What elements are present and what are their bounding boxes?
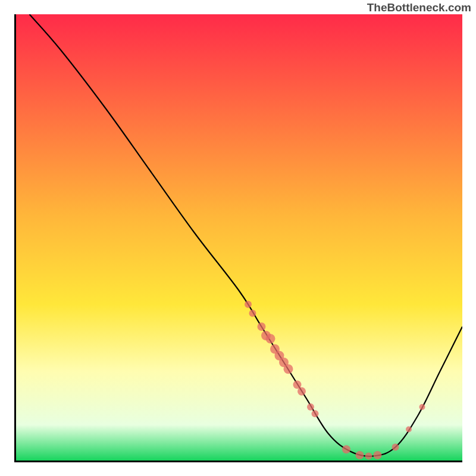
data-marker (284, 364, 293, 374)
data-marker (406, 427, 412, 433)
data-marker (307, 403, 314, 411)
data-marker (392, 444, 399, 451)
data-marker (249, 310, 256, 317)
data-marker (245, 301, 252, 308)
data-marker (312, 410, 319, 417)
bottleneck-curve (30, 14, 463, 456)
data-marker (374, 451, 382, 459)
data-marker (419, 404, 425, 410)
data-marker (365, 453, 372, 460)
data-marker (258, 322, 266, 331)
data-marker (342, 445, 350, 453)
data-marker (356, 451, 364, 459)
watermark-label: TheBottleneck.com (367, 1, 471, 14)
plot-area (14, 14, 462, 462)
data-marker (266, 334, 275, 343)
curve-layer (16, 14, 462, 461)
data-markers (245, 301, 425, 460)
data-marker (298, 387, 306, 396)
